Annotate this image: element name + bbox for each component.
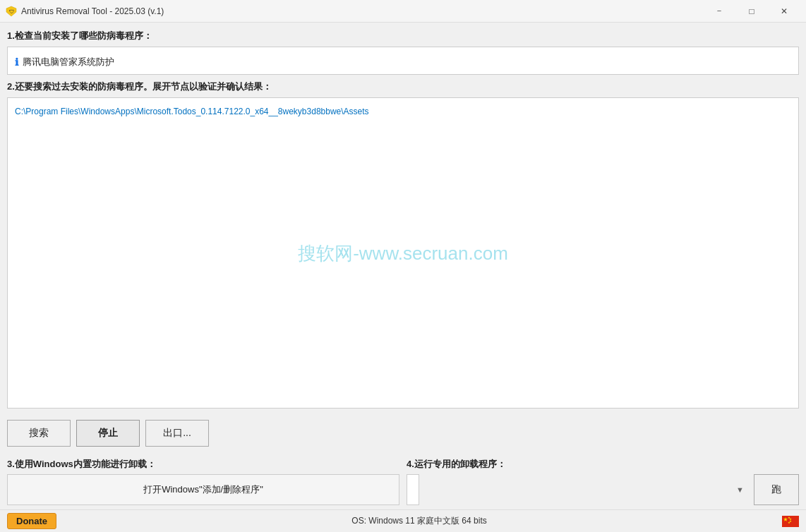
uninstaller-dropdown[interactable]	[407, 474, 419, 505]
section2-content: C:\Program Files\WindowsApps\Microsoft.T…	[15, 104, 791, 402]
export-button[interactable]: 出口...	[145, 420, 209, 447]
close-button[interactable]: ✕	[768, 0, 800, 23]
file-path: C:\Program Files\WindowsApps\Microsoft.T…	[15, 107, 791, 116]
section4-row: ▼ 跑	[407, 474, 799, 505]
section1-title: 1.检查当前安装了哪些防病毒程序：	[7, 30, 799, 42]
section2-box: C:\Program Files\WindowsApps\Microsoft.T…	[7, 97, 799, 409]
run-button[interactable]: 跑	[754, 474, 799, 505]
titlebar: 🛡 Antivirus Removal Tool - 2025.03 (v.1)…	[0, 0, 806, 23]
flag-icon	[782, 516, 799, 527]
search-button[interactable]: 搜索	[7, 420, 71, 447]
section1: 1.检查当前安装了哪些防病毒程序： ℹ 腾讯电脑管家系统防护	[7, 30, 799, 75]
stop-button[interactable]: 停止	[76, 420, 140, 447]
os-info: OS: Windows 11 家庭中文版 64 bits	[64, 515, 775, 527]
donate-button[interactable]: Donate	[7, 513, 56, 529]
section2-title: 2.还要搜索过去安装的防病毒程序。展开节点以验证并确认结果：	[7, 80, 799, 93]
bottom-sections: 3.使用Windows内置功能进行卸载： 打开Windows"添加/删除程序" …	[7, 458, 799, 509]
svg-text:🛡: 🛡	[9, 9, 14, 14]
window-title: Antivirus Removal Tool - 2025.03 (v.1)	[21, 6, 703, 16]
action-buttons: 搜索 停止 出口...	[7, 414, 799, 452]
dropdown-arrow-icon: ▼	[736, 485, 744, 494]
antivirus-name: 腾讯电脑管家系统防护	[23, 56, 114, 68]
window-controls: － □ ✕	[703, 0, 800, 23]
statusbar: Donate OS: Windows 11 家庭中文版 64 bits	[0, 509, 806, 532]
minimize-button[interactable]: －	[703, 0, 735, 23]
section2: 2.还要搜索过去安装的防病毒程序。展开节点以验证并确认结果： C:\Progra…	[7, 80, 799, 409]
info-icon: ℹ	[15, 56, 18, 68]
section3: 3.使用Windows内置功能进行卸载： 打开Windows"添加/删除程序"	[7, 458, 399, 505]
section4: 4.运行专用的卸载程序： ▼ 跑	[407, 458, 799, 505]
section4-title: 4.运行专用的卸载程序：	[407, 458, 799, 471]
section3-title: 3.使用Windows内置功能进行卸载：	[7, 458, 399, 471]
watermark: 搜软网-www.secruan.com	[298, 241, 508, 265]
uninstaller-dropdown-wrapper: ▼	[407, 474, 750, 505]
app-icon: 🛡	[6, 6, 17, 17]
maximize-button[interactable]: □	[735, 0, 768, 23]
open-programs-button[interactable]: 打开Windows"添加/删除程序"	[7, 474, 399, 505]
main-content: 1.检查当前安装了哪些防病毒程序： ℹ 腾讯电脑管家系统防护 2.还要搜索过去安…	[0, 23, 806, 509]
antivirus-item: ℹ 腾讯电脑管家系统防护	[15, 56, 791, 68]
section1-box: ℹ 腾讯电脑管家系统防护	[7, 47, 799, 75]
